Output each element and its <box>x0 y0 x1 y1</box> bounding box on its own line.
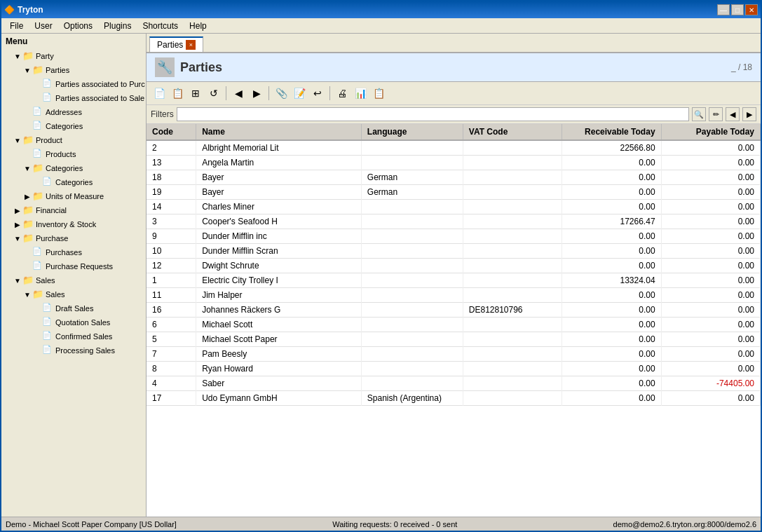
sidebar-item-categories[interactable]: 📄 Categories <box>1 119 146 133</box>
purchase-requests-icon: 📄 <box>32 261 43 272</box>
uom-toggle[interactable]: ▶ <box>22 191 32 201</box>
col-header-receivable[interactable]: Receivable Today <box>562 124 661 140</box>
table-row[interactable]: 16 Johannes Räckers G DE812810796 0.00 0… <box>147 303 761 318</box>
sidebar-item-purchase-requests[interactable]: 📄 Purchase Requests <box>1 259 146 273</box>
minimize-button[interactable]: — <box>717 4 730 15</box>
cell-receivable: 0.00 <box>562 332 661 347</box>
menu-options[interactable]: Options <box>58 20 98 32</box>
parties-assoc-sale-toggle <box>32 93 42 103</box>
sidebar-item-processing-sales[interactable]: 📄 Processing Sales <box>1 343 146 357</box>
cell-payable: 0.00 <box>661 140 760 156</box>
sidebar-item-parties-assoc-purchase[interactable]: 📄 Parties associated to Purc <box>1 77 146 91</box>
sales-sub-toggle[interactable]: ▼ <box>22 289 32 299</box>
prev-button[interactable]: ◀ <box>230 85 247 102</box>
save-select-button[interactable]: ⊞ <box>187 85 204 102</box>
parties-assoc-purchase-label: Parties associated to Purc <box>55 80 145 88</box>
col-header-language[interactable]: Language <box>361 124 463 140</box>
notes-button[interactable]: 📝 <box>291 85 308 102</box>
filter-input[interactable] <box>177 107 689 121</box>
table-row[interactable]: 19 Bayer German 0.00 0.00 <box>147 185 761 200</box>
sidebar-item-purchase[interactable]: ▼ 📁 Purchase <box>1 231 146 245</box>
col-header-name[interactable]: Name <box>196 124 362 140</box>
menu-user[interactable]: User <box>29 20 57 32</box>
next-button[interactable]: ▶ <box>248 85 265 102</box>
cell-language <box>361 362 463 376</box>
menu-shortcuts[interactable]: Shortcuts <box>137 20 184 32</box>
table-row[interactable]: 12 Dwight Schrute 0.00 0.00 <box>147 259 761 273</box>
party-toggle[interactable]: ▼ <box>13 51 22 61</box>
financial-toggle[interactable]: ▶ <box>13 205 22 215</box>
new-button[interactable]: 📄 <box>151 85 168 102</box>
print3-button[interactable]: 📋 <box>370 85 387 102</box>
sidebar-item-units-of-measure[interactable]: ▶ 📁 Units of Measure <box>1 189 146 203</box>
inv-toggle[interactable]: ▶ <box>13 219 22 229</box>
cell-code: 13 <box>147 156 196 170</box>
table-row[interactable]: 5 Michael Scott Paper 0.00 0.00 <box>147 332 761 347</box>
purchase-toggle[interactable]: ▼ <box>13 233 22 243</box>
table-row[interactable]: 18 Bayer German 0.00 0.00 <box>147 170 761 185</box>
sidebar-item-addresses[interactable]: 📄 Addresses <box>1 105 146 119</box>
sidebar-item-financial[interactable]: ▶ 📁 Financial <box>1 203 146 217</box>
menu-file[interactable]: File <box>4 20 29 32</box>
table-row[interactable]: 4 Saber 0.00 -74405.00 <box>147 376 761 391</box>
prod-categories-toggle[interactable]: ▼ <box>22 163 32 173</box>
print2-button[interactable]: 📊 <box>352 85 369 102</box>
close-button[interactable]: ✕ <box>745 4 758 15</box>
maximize-button[interactable]: □ <box>731 4 744 15</box>
actions-button[interactable]: ↩ <box>309 85 326 102</box>
menu-plugins[interactable]: Plugins <box>98 20 137 32</box>
menu-help[interactable]: Help <box>184 20 212 32</box>
table-row[interactable]: 10 Dunder Mifflin Scran 0.00 0.00 <box>147 244 761 259</box>
parties-toggle[interactable]: ▼ <box>22 65 32 75</box>
cell-vat <box>463 362 562 376</box>
filter-fwd-button[interactable]: ▶ <box>742 107 756 121</box>
col-header-payable[interactable]: Payable Today <box>661 124 760 140</box>
sidebar-item-prod-categories-item[interactable]: 📄 Categories <box>1 175 146 189</box>
col-header-vat[interactable]: VAT Code <box>463 124 562 140</box>
col-header-code[interactable]: Code <box>147 124 196 140</box>
table-row[interactable]: 9 Dunder Mifflin inc 0.00 0.00 <box>147 229 761 244</box>
sidebar-item-parties-assoc-sale[interactable]: 📄 Parties associated to Sale <box>1 91 146 105</box>
purchase-label: Purchase <box>36 234 68 243</box>
filter-back-button[interactable]: ◀ <box>726 107 740 121</box>
filter-search-button[interactable]: 🔍 <box>692 107 706 121</box>
sidebar-item-confirmed-sales[interactable]: 📄 Confirmed Sales <box>1 329 146 343</box>
financial-label: Financial <box>36 206 67 214</box>
sidebar-item-sales[interactable]: ▼ 📁 Sales <box>1 273 146 287</box>
sidebar-item-inventory-stock[interactable]: ▶ 📁 Inventory & Stock <box>1 217 146 231</box>
print1-button[interactable]: 🖨 <box>334 85 351 102</box>
reload-button[interactable]: ↺ <box>205 85 222 102</box>
sidebar-item-draft-sales[interactable]: 📄 Draft Sales <box>1 301 146 315</box>
table-row[interactable]: 2 Albright Memorial Lit 22566.80 0.00 <box>147 140 761 156</box>
filter-clear-button[interactable]: ✏ <box>709 107 723 121</box>
tab-close-button[interactable]: × <box>186 40 196 50</box>
table-row[interactable]: 8 Ryan Howard 0.00 0.00 <box>147 362 761 376</box>
processing-sales-toggle <box>32 346 42 355</box>
table-row[interactable]: 1 Electric City Trolley I 13324.04 0.00 <box>147 273 761 288</box>
product-toggle[interactable]: ▼ <box>13 135 22 145</box>
sidebar-item-quotation-sales[interactable]: 📄 Quotation Sales <box>1 315 146 329</box>
sales-toggle[interactable]: ▼ <box>13 275 22 285</box>
table-row[interactable]: 6 Michael Scott 0.00 0.00 <box>147 318 761 332</box>
sidebar-item-party[interactable]: ▼ 📁 Party <box>1 49 146 63</box>
toolbar-sep-1 <box>226 86 226 100</box>
sidebar-item-sales-sub[interactable]: ▼ 📁 Sales <box>1 287 146 301</box>
duplicate-button[interactable]: 📋 <box>169 85 186 102</box>
table-row[interactable]: 14 Charles Miner 0.00 0.00 <box>147 200 761 214</box>
filter-bar: Filters 🔍 ✏ ◀ ▶ <box>147 105 761 124</box>
table-row[interactable]: 7 Pam Beesly 0.00 0.00 <box>147 347 761 362</box>
uom-label: Units of Measure <box>46 192 104 200</box>
table-row[interactable]: 17 Udo Eymann GmbH Spanish (Argentina) 0… <box>147 391 761 406</box>
sidebar-item-parties[interactable]: ▼ 📁 Parties <box>1 63 146 77</box>
sidebar-item-prod-categories[interactable]: ▼ 📁 Categories <box>1 161 146 175</box>
table-row[interactable]: 13 Angela Martin 0.00 0.00 <box>147 156 761 170</box>
parties-assoc-purchase-toggle <box>32 79 42 89</box>
sidebar-item-purchases[interactable]: 📄 Purchases <box>1 245 146 259</box>
sidebar-item-product[interactable]: ▼ 📁 Product <box>1 133 146 147</box>
sidebar-item-products[interactable]: 📄 Products <box>1 147 146 161</box>
attach-button[interactable]: 📎 <box>273 85 290 102</box>
table-row[interactable]: 11 Jim Halper 0.00 0.00 <box>147 288 761 303</box>
sales-folder-icon: 📁 <box>22 275 34 286</box>
table-row[interactable]: 3 Cooper's Seafood H 17266.47 0.00 <box>147 214 761 229</box>
tab-parties[interactable]: Parties × <box>149 36 203 52</box>
